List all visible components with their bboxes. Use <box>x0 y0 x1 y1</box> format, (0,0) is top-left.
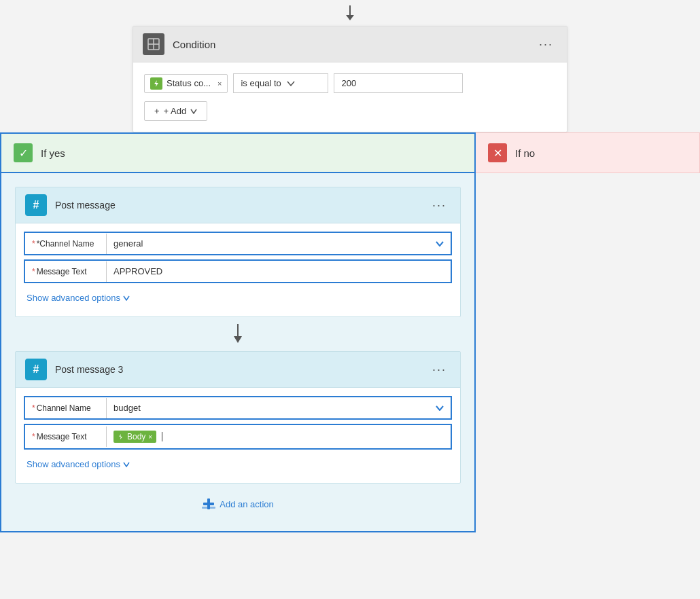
condition-row: Status co... × is equal to <box>144 73 556 93</box>
condition-icon <box>143 33 164 55</box>
body-chip-icon <box>118 433 124 440</box>
connector-arrow <box>15 317 461 351</box>
post-message-1-title: Post message <box>55 200 428 211</box>
post-message-1-icon: # <box>25 194 47 216</box>
post-message-1-body: **Channel Name general *Message Text <box>16 223 460 316</box>
channel-name-field-3: *Channel Name budget <box>24 396 452 420</box>
condition-body: Status co... × is equal to + + Add <box>133 62 567 132</box>
if-no-label: If no <box>515 147 535 159</box>
cursor <box>162 432 162 441</box>
post-message-1-card: # Post message ··· **Channel Name genera… <box>15 187 461 317</box>
svg-marker-7 <box>234 336 242 343</box>
svg-marker-8 <box>119 434 122 439</box>
message-text-field-1: *Message Text APPROVED <box>24 259 452 283</box>
post-message-3-icon: # <box>25 359 47 380</box>
main-container: Condition ··· Status co... × is equal t <box>0 0 700 599</box>
message-text-label-3: *Message Text <box>25 426 107 447</box>
add-action-row: Add an action <box>15 484 461 518</box>
lightning-icon <box>152 79 160 88</box>
post-message-1-header: # Post message ··· <box>16 187 460 223</box>
arrow-down-icon <box>345 5 355 22</box>
message-text-value-1[interactable]: APPROVED <box>107 261 451 282</box>
advanced-chevron-icon-1 <box>123 295 130 301</box>
if-yes-check-icon: ✓ <box>14 143 33 162</box>
channel-name-field-1: **Channel Name general <box>24 232 452 255</box>
status-chip-close[interactable]: × <box>217 79 222 88</box>
status-chip-icon <box>150 77 162 90</box>
if-no-section[interactable]: ✕ If no <box>476 132 700 173</box>
advanced-chevron-icon-3 <box>123 462 130 467</box>
svg-marker-5 <box>154 80 158 87</box>
message-text-field-3: *Message Text Body × <box>24 424 452 450</box>
svg-marker-1 <box>346 15 354 20</box>
chevron-down-icon <box>287 81 295 86</box>
yes-branch-content: # Post message ··· **Channel Name genera… <box>0 173 476 532</box>
body-chip[interactable]: Body × <box>113 431 156 443</box>
channel-name-label-3: *Channel Name <box>25 398 107 418</box>
channel-dropdown-icon-3 <box>436 405 444 411</box>
top-connector-arrow <box>0 0 700 26</box>
branch-row: ✓ If yes ✕ If no <box>0 132 700 173</box>
body-chip-label: Body <box>127 432 145 441</box>
post-message-1-more-button[interactable]: ··· <box>428 197 451 214</box>
channel-name-value-3[interactable]: budget <box>107 397 451 418</box>
message-text-label-1: *Message Text <box>25 261 107 282</box>
svg-rect-11 <box>202 507 215 509</box>
show-advanced-3[interactable]: Show advanced options <box>24 454 452 475</box>
condition-more-button[interactable]: ··· <box>535 36 557 53</box>
post-message-3-more-button[interactable]: ··· <box>428 361 451 378</box>
condition-symbol-icon <box>147 37 160 51</box>
message-text-value-3[interactable]: Body × <box>107 425 451 448</box>
add-action-label: Add an action <box>220 499 274 509</box>
condition-value-input[interactable] <box>334 73 463 93</box>
if-yes-section[interactable]: ✓ If yes <box>0 132 476 173</box>
show-advanced-1[interactable]: Show advanced options <box>24 287 452 308</box>
channel-name-value-1[interactable]: general <box>107 233 451 254</box>
post-message-3-body: *Channel Name budget *Message Text <box>16 388 460 483</box>
if-yes-label: If yes <box>41 147 65 159</box>
condition-header: Condition ··· <box>133 26 567 62</box>
add-action-button[interactable]: Add an action <box>202 497 274 511</box>
post-message-3-card: # Post message 3 ··· *Channel Name budge… <box>15 351 461 484</box>
add-chevron-icon <box>190 109 197 114</box>
status-chip-label: Status co... <box>167 78 211 88</box>
condition-title: Condition <box>173 39 535 50</box>
add-action-icon <box>202 497 215 511</box>
channel-name-label-1: **Channel Name <box>25 234 107 254</box>
if-no-x-icon: ✕ <box>488 143 507 162</box>
status-chip[interactable]: Status co... × <box>144 74 228 93</box>
operator-dropdown[interactable]: is equal to <box>233 73 328 93</box>
connector-arrow-icon <box>232 324 243 344</box>
channel-dropdown-icon-1 <box>436 241 444 247</box>
post-message-3-header: # Post message 3 ··· <box>16 352 460 388</box>
post-message-3-title: Post message 3 <box>55 364 428 375</box>
condition-card: Condition ··· Status co... × is equal t <box>133 26 567 132</box>
operator-label: is equal to <box>241 78 281 88</box>
add-condition-button[interactable]: + + Add <box>144 101 207 121</box>
body-chip-close[interactable]: × <box>148 433 152 441</box>
add-label: + Add <box>164 106 187 116</box>
add-icon: + <box>154 106 160 116</box>
